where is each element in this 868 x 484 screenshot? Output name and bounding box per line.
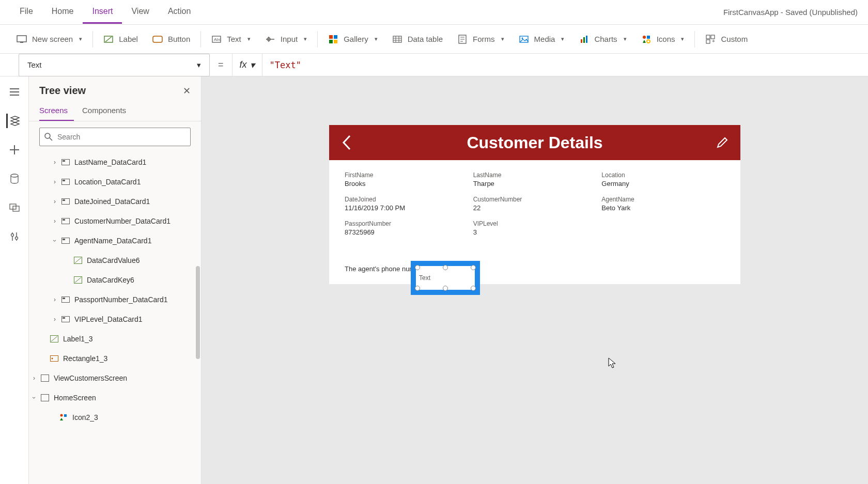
tree-node-datacardvalue6[interactable]: DataCardValue6 — [29, 251, 201, 270]
rail-insert[interactable] — [7, 143, 22, 157]
tree-body[interactable]: ›LastName_DataCard1 ›Location_DataCard1 … — [29, 152, 201, 484]
field-label: CustomerNumber — [473, 196, 597, 203]
rail-treeview[interactable] — [6, 114, 21, 128]
edit-icon[interactable] — [716, 136, 729, 149]
tree-node-customernumber[interactable]: ›CustomerNumber_DataCard1 — [29, 211, 201, 231]
form-body: FirstNameBrooks LastNameTharpe LocationG… — [329, 160, 740, 284]
left-rail — [0, 76, 29, 484]
label-button[interactable]: Label — [96, 30, 145, 49]
input-button[interactable]: Input ▾ — [258, 30, 314, 49]
expand-icon[interactable]: › — [51, 178, 59, 185]
rail-data[interactable] — [7, 171, 22, 186]
rail-hamburger[interactable] — [7, 85, 22, 99]
node-label: HomeScreen — [54, 394, 96, 402]
collapse-icon[interactable]: › — [51, 237, 58, 245]
property-selector[interactable]: Text ▾ — [19, 54, 210, 76]
formula-input[interactable]: "Text" — [262, 60, 308, 70]
close-icon[interactable]: ✕ — [183, 85, 191, 97]
chevron-down-icon: ▾ — [681, 36, 684, 42]
gallery-button[interactable]: Gallery ▾ — [321, 30, 385, 49]
scrollbar-thumb[interactable] — [196, 266, 200, 359]
collapse-icon[interactable]: › — [30, 394, 38, 402]
svg-rect-50 — [63, 160, 65, 162]
media-button[interactable]: Media ▾ — [512, 30, 572, 49]
screen-icon — [17, 34, 27, 44]
screen-title: Customer Details — [467, 133, 602, 152]
svg-rect-1 — [20, 42, 23, 43]
expand-icon[interactable]: › — [51, 296, 59, 303]
forms-icon — [457, 34, 468, 44]
datacard-icon — [61, 315, 70, 324]
tree-node-agentname[interactable]: ›AgentName_DataCard1 — [29, 231, 201, 251]
button-button[interactable]: Button — [145, 30, 197, 49]
chevron-down-icon: ▾ — [304, 36, 307, 42]
rail-advanced[interactable] — [7, 229, 22, 244]
svg-marker-29 — [643, 40, 646, 43]
svg-rect-13 — [393, 36, 401, 42]
datacard-icon — [61, 177, 70, 186]
text-button[interactable]: Abc Text ▾ — [204, 30, 258, 49]
canvas[interactable]: Customer Details FirstNameBrooks LastNam… — [202, 76, 868, 484]
datatable-button[interactable]: Data table — [385, 30, 450, 49]
tree-node-label1_3[interactable]: Label1_3 — [29, 329, 201, 349]
tab-home[interactable]: Home — [42, 1, 83, 24]
tree-tab-components[interactable]: Components — [82, 101, 132, 121]
expand-icon[interactable]: › — [51, 159, 59, 166]
node-label: VIPLevel_DataCard1 — [74, 315, 143, 323]
tree-node-viplevel[interactable]: ›VIPLevel_DataCard1 — [29, 309, 201, 329]
selected-label-control[interactable]: Text — [411, 261, 480, 295]
svg-rect-9 — [329, 35, 333, 39]
expand-icon[interactable]: › — [30, 374, 38, 382]
media-icon — [519, 34, 529, 44]
chevron-down-icon: ▾ — [247, 36, 251, 42]
svg-point-40 — [11, 174, 18, 177]
tree-tab-screens[interactable]: Screens — [39, 101, 74, 121]
new-screen-button[interactable]: New screen ▾ — [9, 30, 89, 49]
field-label: DateJoined — [345, 196, 468, 203]
svg-rect-56 — [63, 219, 65, 221]
tree-node-homescreen[interactable]: ›HomeScreen — [29, 388, 201, 408]
search-icon — [44, 133, 53, 141]
expand-icon[interactable]: › — [51, 316, 59, 323]
screen-header: Customer Details — [329, 125, 740, 160]
datacard-icon — [61, 216, 70, 226]
tree-node-rectangle1_3[interactable]: Rectangle1_3 — [29, 349, 201, 368]
app-status: FirstCanvasApp - Saved (Unpublished) — [723, 8, 858, 17]
charts-button[interactable]: Charts ▾ — [571, 30, 633, 49]
agent-phone-row: The agent's phone number is: Text — [345, 265, 725, 273]
new-screen-label: New screen — [32, 35, 73, 43]
tab-file[interactable]: File — [10, 1, 42, 24]
tree-node-viewcustomers[interactable]: ›ViewCustomersScreen — [29, 368, 201, 388]
field-passportnumber: PassportNumber87325969 — [345, 220, 468, 236]
tree-node-location[interactable]: ›Location_DataCard1 — [29, 172, 201, 192]
fx-icon: fx — [240, 59, 247, 70]
app-screen[interactable]: Customer Details FirstNameBrooks LastNam… — [329, 125, 740, 284]
tab-action[interactable]: Action — [159, 1, 200, 24]
node-label: Icon2_3 — [72, 413, 98, 421]
tree-node-lastname[interactable]: ›LastName_DataCard1 — [29, 152, 201, 172]
expand-icon[interactable]: › — [51, 198, 59, 205]
search-input[interactable] — [39, 128, 191, 146]
tab-insert[interactable]: Insert — [83, 1, 122, 24]
fx-button[interactable]: fx ▾ — [232, 54, 262, 76]
tree-node-icon2_3[interactable]: Icon2_3 — [29, 408, 201, 427]
custom-button[interactable]: + Custom — [698, 30, 755, 49]
rail-media[interactable] — [7, 200, 22, 215]
field-value: Beto Yark — [601, 204, 725, 212]
svg-rect-31 — [706, 35, 710, 39]
chevron-down-icon: ▾ — [79, 36, 82, 42]
svg-rect-11 — [329, 40, 333, 43]
formula-bar: Text ▾ = fx ▾ "Text" — [0, 54, 868, 76]
tree-node-passportnumber[interactable]: ›PassportNumber_DataCard1 — [29, 290, 201, 309]
forms-button[interactable]: Forms ▾ — [450, 30, 512, 49]
chevron-down-icon: ▾ — [250, 59, 255, 71]
input-btn-label: Input — [281, 35, 298, 43]
tree-node-datejoined[interactable]: ›DateJoined_DataCard1 — [29, 192, 201, 211]
back-icon[interactable] — [340, 134, 352, 151]
icons-button[interactable]: Icons ▾ — [634, 30, 692, 49]
expand-icon[interactable]: › — [51, 217, 59, 225]
svg-rect-68 — [41, 375, 49, 382]
tab-view[interactable]: View — [122, 1, 158, 24]
tree-node-datacardkey6[interactable]: DataCardKey6 — [29, 270, 201, 290]
label-icon — [73, 275, 83, 285]
